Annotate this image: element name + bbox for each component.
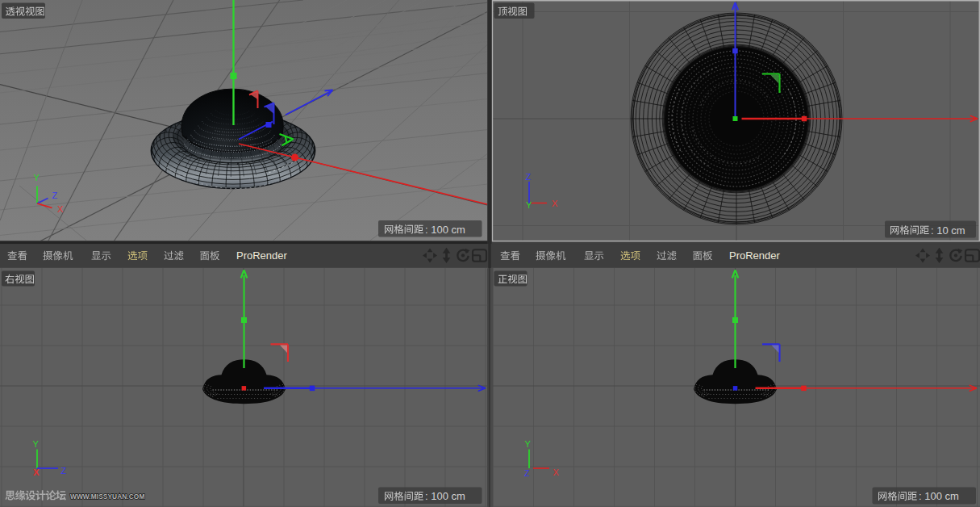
svg-text:: 10 cm: : 10 cm: [931, 224, 965, 237]
svg-text:X: X: [552, 199, 558, 208]
svg-text:X: X: [33, 467, 40, 477]
svg-text:: 100 cm: : 100 cm: [425, 224, 465, 236]
svg-text:Z: Z: [526, 172, 532, 182]
svg-text:Z: Z: [52, 191, 58, 200]
svg-text:Y: Y: [33, 439, 40, 449]
svg-text:Y: Y: [34, 173, 40, 182]
svg-text:WWW.MISSYUAN.COM: WWW.MISSYUAN.COM: [70, 492, 144, 501]
svg-text:Z: Z: [61, 466, 67, 476]
svg-text:ProRender: ProRender: [729, 249, 781, 262]
svg-text:Y: Y: [526, 200, 532, 210]
svg-text:X: X: [553, 467, 560, 477]
svg-text:: 100 cm: : 100 cm: [919, 490, 959, 502]
svg-text:ProRender: ProRender: [236, 249, 288, 262]
svg-text:X: X: [57, 204, 64, 214]
svg-text:Y: Y: [525, 439, 532, 449]
svg-text:Z: Z: [524, 468, 530, 478]
svg-text:: 100 cm: : 100 cm: [425, 490, 465, 502]
